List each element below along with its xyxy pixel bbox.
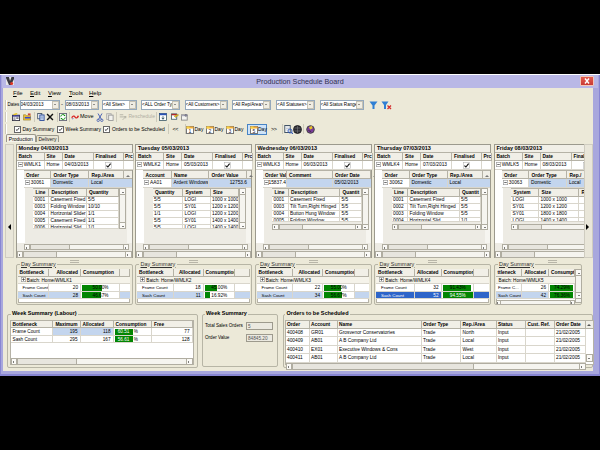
svg-text:1: 1 bbox=[189, 128, 192, 134]
svg-text:3: 3 bbox=[229, 128, 232, 134]
svg-text:2: 2 bbox=[209, 128, 212, 134]
svg-text:5: 5 bbox=[252, 128, 255, 134]
